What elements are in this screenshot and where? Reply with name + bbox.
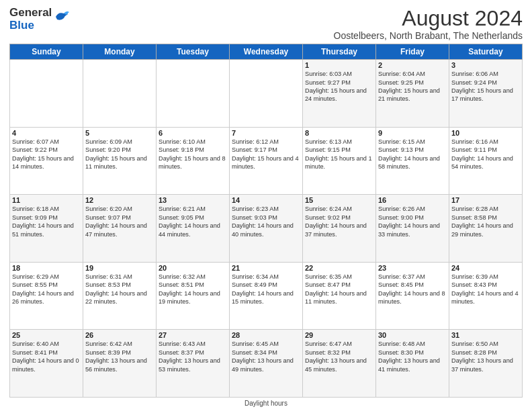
day-info: Sunrise: 6:47 AM Sunset: 8:32 PM Dayligh… [305,340,373,373]
day-number: 26 [85,331,154,339]
col-header-thursday: Thursday [303,44,376,60]
day-cell: 29Sunrise: 6:47 AM Sunset: 8:32 PM Dayli… [303,330,376,398]
day-info: Sunrise: 6:03 AM Sunset: 9:27 PM Dayligh… [305,70,373,103]
day-info: Sunrise: 6:42 AM Sunset: 8:39 PM Dayligh… [85,340,154,373]
day-cell: 27Sunrise: 6:43 AM Sunset: 8:37 PM Dayli… [157,330,230,398]
day-number: 31 [451,331,520,339]
day-info: Sunrise: 6:32 AM Sunset: 8:51 PM Dayligh… [159,273,227,306]
day-number: 6 [159,129,227,137]
day-number: 29 [305,331,373,339]
day-cell: 11Sunrise: 6:18 AM Sunset: 9:09 PM Dayli… [10,195,83,263]
day-number: 14 [232,196,300,204]
day-number: 28 [232,331,300,339]
day-number: 16 [378,196,447,204]
day-info: Sunrise: 6:34 AM Sunset: 8:49 PM Dayligh… [232,273,300,306]
day-cell [10,60,83,128]
day-cell [230,60,303,128]
calendar-table: SundayMondayTuesdayWednesdayThursdayFrid… [9,44,523,398]
main-title: August 2024 [334,7,523,30]
day-cell: 20Sunrise: 6:32 AM Sunset: 8:51 PM Dayli… [157,262,230,330]
day-cell: 15Sunrise: 6:24 AM Sunset: 9:02 PM Dayli… [303,195,376,263]
day-number: 23 [378,264,447,272]
day-info: Sunrise: 6:24 AM Sunset: 9:02 PM Dayligh… [305,205,373,238]
calendar-body: 1Sunrise: 6:03 AM Sunset: 9:27 PM Daylig… [10,60,523,398]
day-info: Sunrise: 6:40 AM Sunset: 8:41 PM Dayligh… [12,340,81,373]
week-row-1: 1Sunrise: 6:03 AM Sunset: 9:27 PM Daylig… [10,60,523,128]
calendar-header: SundayMondayTuesdayWednesdayThursdayFrid… [10,44,523,60]
day-cell: 4Sunrise: 6:07 AM Sunset: 9:22 PM Daylig… [10,127,83,195]
day-info: Sunrise: 6:23 AM Sunset: 9:03 PM Dayligh… [232,205,300,238]
day-cell: 16Sunrise: 6:26 AM Sunset: 9:00 PM Dayli… [376,195,449,263]
day-cell: 14Sunrise: 6:23 AM Sunset: 9:03 PM Dayli… [230,195,303,263]
day-cell: 22Sunrise: 6:35 AM Sunset: 8:47 PM Dayli… [303,262,376,330]
day-info: Sunrise: 6:04 AM Sunset: 9:25 PM Dayligh… [378,70,447,103]
logo-bird-icon [54,10,69,24]
day-info: Sunrise: 6:48 AM Sunset: 8:30 PM Dayligh… [378,340,447,373]
day-number: 25 [12,331,81,339]
day-number: 4 [12,129,81,137]
col-header-saturday: Saturday [449,44,523,60]
day-cell [157,60,230,128]
day-number: 9 [378,129,447,137]
day-number: 12 [85,196,154,204]
day-info: Sunrise: 6:20 AM Sunset: 9:07 PM Dayligh… [85,205,154,238]
day-info: Sunrise: 6:15 AM Sunset: 9:13 PM Dayligh… [378,138,447,171]
day-number: 7 [232,129,300,137]
page: General Blue August 2024 Oostelbeers, No… [0,0,532,411]
legend-item: Daylight hours [245,400,287,407]
week-row-5: 25Sunrise: 6:40 AM Sunset: 8:41 PM Dayli… [10,330,523,398]
day-number: 5 [85,129,154,137]
day-info: Sunrise: 6:16 AM Sunset: 9:11 PM Dayligh… [451,138,520,171]
day-number: 2 [378,61,447,69]
day-number: 24 [451,264,520,272]
legend-label: Daylight hours [245,400,287,407]
day-number: 21 [232,264,300,272]
day-cell: 30Sunrise: 6:48 AM Sunset: 8:30 PM Dayli… [376,330,449,398]
day-number: 15 [305,196,373,204]
day-number: 1 [305,61,373,69]
day-cell: 6Sunrise: 6:10 AM Sunset: 9:18 PM Daylig… [157,127,230,195]
week-row-2: 4Sunrise: 6:07 AM Sunset: 9:22 PM Daylig… [10,127,523,195]
day-cell: 3Sunrise: 6:06 AM Sunset: 9:24 PM Daylig… [449,60,523,128]
day-info: Sunrise: 6:09 AM Sunset: 9:20 PM Dayligh… [85,138,154,171]
header-row: SundayMondayTuesdayWednesdayThursdayFrid… [10,44,523,60]
col-header-friday: Friday [376,44,449,60]
day-info: Sunrise: 6:35 AM Sunset: 8:47 PM Dayligh… [305,273,373,306]
logo: General Blue [9,7,69,32]
day-info: Sunrise: 6:07 AM Sunset: 9:22 PM Dayligh… [12,138,81,171]
day-cell: 23Sunrise: 6:37 AM Sunset: 8:45 PM Dayli… [376,262,449,330]
logo-text: General Blue [9,7,52,32]
day-number: 17 [451,196,520,204]
day-info: Sunrise: 6:50 AM Sunset: 8:28 PM Dayligh… [451,340,520,373]
day-info: Sunrise: 6:45 AM Sunset: 8:34 PM Dayligh… [232,340,300,373]
day-cell: 25Sunrise: 6:40 AM Sunset: 8:41 PM Dayli… [10,330,83,398]
day-cell: 5Sunrise: 6:09 AM Sunset: 9:20 PM Daylig… [83,127,157,195]
day-cell: 18Sunrise: 6:29 AM Sunset: 8:55 PM Dayli… [10,262,83,330]
day-number: 10 [451,129,520,137]
day-info: Sunrise: 6:06 AM Sunset: 9:24 PM Dayligh… [451,70,520,103]
col-header-tuesday: Tuesday [157,44,230,60]
day-info: Sunrise: 6:18 AM Sunset: 9:09 PM Dayligh… [12,205,81,238]
week-row-3: 11Sunrise: 6:18 AM Sunset: 9:09 PM Dayli… [10,195,523,263]
title-block: August 2024 Oostelbeers, North Brabant, … [334,7,523,41]
day-info: Sunrise: 6:12 AM Sunset: 9:17 PM Dayligh… [232,138,300,171]
day-cell: 17Sunrise: 6:28 AM Sunset: 8:58 PM Dayli… [449,195,523,263]
day-number: 8 [305,129,373,137]
day-cell: 26Sunrise: 6:42 AM Sunset: 8:39 PM Dayli… [83,330,157,398]
day-info: Sunrise: 6:37 AM Sunset: 8:45 PM Dayligh… [378,273,447,306]
col-header-sunday: Sunday [10,44,83,60]
day-cell: 12Sunrise: 6:20 AM Sunset: 9:07 PM Dayli… [83,195,157,263]
day-cell: 24Sunrise: 6:39 AM Sunset: 8:43 PM Dayli… [449,262,523,330]
day-info: Sunrise: 6:21 AM Sunset: 9:05 PM Dayligh… [159,205,227,238]
logo-blue: Blue [9,19,34,32]
header: General Blue August 2024 Oostelbeers, No… [9,7,523,41]
day-cell: 21Sunrise: 6:34 AM Sunset: 8:49 PM Dayli… [230,262,303,330]
day-info: Sunrise: 6:10 AM Sunset: 9:18 PM Dayligh… [159,138,227,171]
day-cell: 31Sunrise: 6:50 AM Sunset: 8:28 PM Dayli… [449,330,523,398]
day-info: Sunrise: 6:13 AM Sunset: 9:15 PM Dayligh… [305,138,373,171]
day-info: Sunrise: 6:39 AM Sunset: 8:43 PM Dayligh… [451,273,520,306]
day-cell: 8Sunrise: 6:13 AM Sunset: 9:15 PM Daylig… [303,127,376,195]
week-row-4: 18Sunrise: 6:29 AM Sunset: 8:55 PM Dayli… [10,262,523,330]
day-cell: 28Sunrise: 6:45 AM Sunset: 8:34 PM Dayli… [230,330,303,398]
day-info: Sunrise: 6:43 AM Sunset: 8:37 PM Dayligh… [159,340,227,373]
